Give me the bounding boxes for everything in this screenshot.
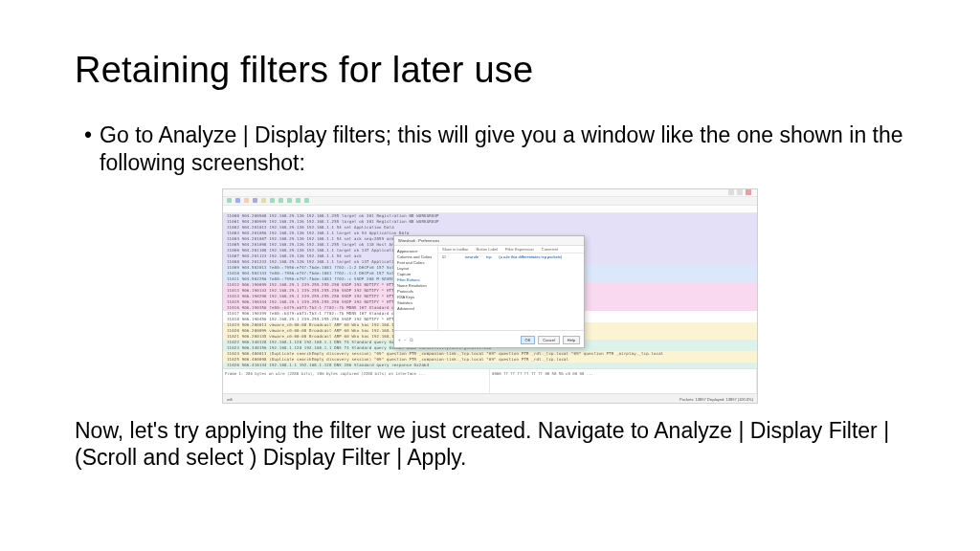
col-expr: Filter Expression (501, 247, 538, 252)
wireshark-screenshot: 11000 904.200968 192.168.29.126 192.168.… (222, 188, 758, 404)
frame-details-pane: Frame 1: 286 bytes on wire (2288 bits), … (223, 369, 490, 393)
slide-title: Retaining filters for later use (75, 50, 905, 91)
help-button[interactable]: Help (563, 336, 580, 344)
row-nav-icons: +−⧉ (398, 337, 413, 343)
filter-bar (223, 206, 757, 213)
status-bar: wifi Packets: 13897 Displayed: 13897 (10… (223, 393, 757, 404)
dialog-main: Show in toolbar Button Label Filter Expr… (438, 246, 584, 330)
bullet-item: • Go to Analyze | Display filters; this … (75, 121, 905, 177)
cell-comment: (a rule that differentiates tcp packets) (495, 254, 566, 259)
app-titlebar (223, 189, 757, 197)
status-left: wifi (227, 397, 233, 402)
close-icon (746, 189, 751, 195)
sidebar-item: Columns and Colors (397, 254, 434, 260)
maximize-icon (737, 189, 743, 195)
bullet-marker: • (84, 121, 92, 149)
detail-panes: Frame 1: 286 bytes on wire (2288 bits), … (223, 368, 757, 393)
hex-dump-pane: 0000 ff ff ff ff ff ff 00 50 56 c0 00 08… (490, 369, 757, 393)
col-show: Show in toolbar (438, 247, 473, 252)
minimize-icon (728, 189, 734, 195)
app-toolbar (223, 197, 757, 206)
preferences-dialog: Wireshark · Preferences Appearance Colum… (393, 235, 585, 348)
cancel-button[interactable]: Cancel (538, 336, 559, 344)
col-comment: Comment (538, 247, 562, 252)
dialog-titlebar: Wireshark · Preferences (394, 236, 584, 246)
status-right: Packets: 13897 Displayed: 13897 (100.0%) (679, 397, 753, 402)
dialog-sidebar: Appearance Columns and Colors Font and C… (394, 246, 438, 330)
followup-text: Now, let's try applying the filter we ju… (75, 417, 905, 473)
bullet-text: Go to Analyze | Display filters; this wi… (100, 121, 905, 177)
dialog-footer: +−⧉ OK Cancel Help (394, 330, 584, 349)
table-row: ☑ newrule tcp (a rule that differentiate… (438, 253, 584, 261)
table-header-row: Show in toolbar Button Label Filter Expr… (438, 246, 584, 253)
sidebar-item: Advanced (397, 306, 434, 312)
cell-label: newrule (461, 254, 482, 259)
ok-button[interactable]: OK (521, 336, 536, 344)
cell-expr: tcp (482, 254, 495, 259)
col-label: Button Label (473, 247, 501, 252)
